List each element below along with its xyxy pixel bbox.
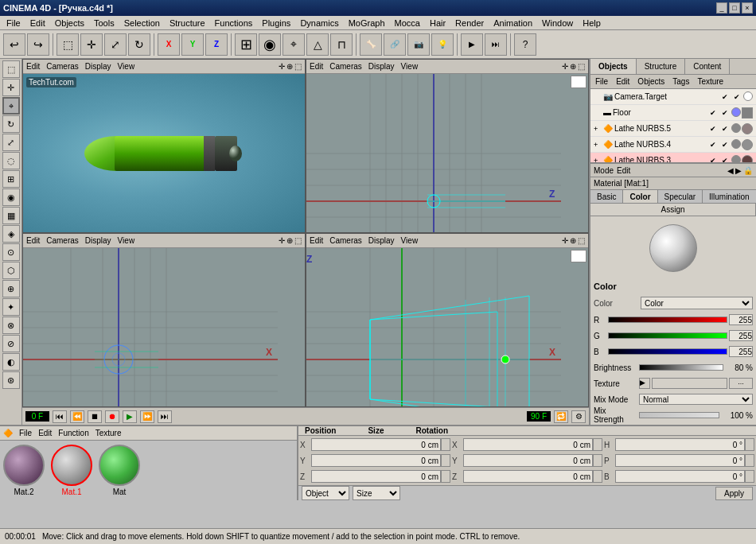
vp3-content[interactable]: X Z Y — [23, 248, 305, 406]
mat-swatch-2[interactable]: Mat.2 — [3, 445, 45, 496]
mix-strength-slider[interactable] — [639, 412, 719, 418]
window-controls[interactable]: _ □ × — [716, 2, 753, 14]
vp3-icon-3[interactable]: ⬚ — [294, 236, 302, 245]
mat-swatch-mat[interactable]: Mat — [99, 445, 140, 496]
mat-icon-back[interactable]: ◀ — [727, 166, 734, 175]
rgb-r-slider[interactable] — [608, 317, 727, 323]
vp1-cameras[interactable]: Cameras — [46, 62, 79, 71]
anim-opts[interactable]: ⚙ — [571, 410, 586, 423]
vp2-icon-3[interactable]: ⬚ — [578, 62, 585, 71]
vp4-icon-3[interactable]: ⬚ — [578, 236, 585, 245]
psr-pos-x-spin[interactable] — [441, 438, 450, 451]
rgb-r-input[interactable] — [729, 314, 753, 325]
vp4-cameras[interactable]: Cameras — [329, 236, 362, 245]
mat-assign-btn[interactable]: Assign — [590, 204, 756, 216]
menu-edit[interactable]: Edit — [25, 17, 50, 29]
obj-lathe-3[interactable]: + 🔶 Lathe NURBS.3 ✔ ✔ — [590, 153, 756, 162]
anim-start[interactable]: ⏮ — [53, 410, 67, 423]
redo-button[interactable]: ↪ — [27, 33, 49, 56]
viewport-perspective[interactable]: Edit Cameras Display View ✛ ⊕ ⬚ — [22, 59, 306, 233]
mat-icon-fwd[interactable]: ▶ — [735, 166, 742, 175]
vp4-icon-2[interactable]: ⊕ — [570, 236, 576, 245]
bone-btn[interactable]: 🦴 — [360, 33, 382, 56]
vp3-display[interactable]: Display — [85, 236, 111, 245]
tool-13[interactable]: ⊘ — [2, 335, 20, 352]
psr-size-y-spin[interactable] — [593, 454, 602, 467]
anim-loop[interactable]: 🔁 — [554, 410, 568, 423]
color-type-select[interactable]: Color — [641, 297, 753, 309]
obj-btn-2[interactable]: ◉ — [259, 33, 281, 56]
cam-btn[interactable]: 📷 — [407, 33, 430, 56]
obj-btn-1[interactable]: ⊞ — [235, 33, 257, 56]
texture-arrow-btn[interactable]: ▶ — [639, 378, 650, 389]
tool-14[interactable]: ◐ — [2, 353, 20, 371]
tab-illumination[interactable]: Illumination — [703, 190, 756, 203]
anim-record[interactable]: ⏺ — [105, 410, 119, 423]
psr-rot-b-spin[interactable] — [745, 470, 754, 483]
rgb-b-input[interactable] — [729, 346, 753, 357]
menu-dynamics[interactable]: Dynamics — [295, 17, 343, 29]
tool-10[interactable]: ⊕ — [2, 280, 20, 297]
anim-prev[interactable]: ⏪ — [70, 410, 84, 423]
vp1-display[interactable]: Display — [85, 62, 111, 71]
help-btn[interactable]: ? — [514, 33, 536, 56]
mat-header-function[interactable]: Function — [58, 429, 88, 437]
anim-end[interactable]: ⏭ — [158, 410, 172, 423]
psr-size-select[interactable]: Size — [353, 486, 400, 500]
menu-selection[interactable]: Selection — [119, 17, 165, 29]
menu-mocca[interactable]: Mocca — [390, 17, 425, 29]
select-tool[interactable]: ⬚ — [57, 33, 79, 56]
viewport-right[interactable]: Edit Cameras Display View ✛ ⊕ ⬚ — [22, 233, 306, 407]
psr-rot-h-input[interactable] — [615, 438, 745, 451]
tool-lasso[interactable]: ◌ — [2, 152, 20, 169]
mat-header-edit[interactable]: Edit — [38, 429, 52, 437]
mat-header-file[interactable]: File — [19, 429, 32, 437]
obj-lathe-5[interactable]: + 🔶 Lathe NURBS.5 ✔ ✔ — [590, 121, 756, 137]
tab-color[interactable]: Color — [623, 190, 657, 203]
rotate-tool[interactable]: ↻ — [128, 33, 150, 56]
vp1-content[interactable]: TechTut.com — [23, 74, 305, 232]
mix-mode-select[interactable]: Normal — [639, 394, 753, 405]
psr-pos-y-input[interactable] — [311, 454, 441, 467]
vp1-icon-zoom[interactable]: ⊕ — [286, 62, 293, 71]
psr-size-x-spin[interactable] — [593, 438, 602, 451]
psr-pos-y-spin[interactable] — [441, 454, 450, 467]
scale-tool[interactable]: ⤢ — [104, 33, 127, 56]
move-tool[interactable]: ✛ — [80, 33, 103, 56]
chain-btn[interactable]: 🔗 — [384, 33, 406, 56]
vp4-display[interactable]: Display — [368, 236, 395, 245]
tool-scale[interactable]: ⤢ — [2, 134, 20, 151]
tool-7[interactable]: ◈ — [2, 225, 20, 243]
texture-load-btn[interactable]: ··· — [729, 378, 753, 389]
tool-5[interactable]: ◉ — [2, 188, 20, 206]
render-btn[interactable]: ▶ — [461, 33, 483, 56]
psr-rot-h-spin[interactable] — [745, 438, 754, 451]
vp4-content[interactable]: X Y Z X — [306, 248, 588, 406]
maximize-button[interactable]: □ — [729, 2, 740, 14]
vp2-content[interactable]: Z X — [306, 74, 588, 232]
anim-fwd[interactable]: ⏩ — [140, 410, 154, 423]
obj-st-file[interactable]: File — [592, 76, 611, 87]
menu-mograph[interactable]: MoGraph — [344, 17, 390, 29]
rgb-b-slider[interactable] — [608, 348, 727, 355]
vp3-view[interactable]: View — [118, 236, 135, 245]
obj-btn-3[interactable]: ⌖ — [283, 33, 305, 56]
tool-4[interactable]: ⊞ — [2, 170, 20, 188]
psr-rot-b-input[interactable] — [615, 470, 745, 483]
tab-basic[interactable]: Basic — [590, 190, 623, 203]
psr-rot-p-spin[interactable] — [745, 454, 754, 467]
mat-mode-label[interactable]: Mode — [594, 166, 614, 175]
viewport-wire[interactable]: Edit Cameras Display View ✛ ⊕ ⬚ — [306, 233, 589, 407]
psr-pos-z-spin[interactable] — [441, 470, 450, 483]
menu-plugins[interactable]: Plugins — [257, 17, 295, 29]
vp1-icon-move[interactable]: ✛ — [279, 62, 285, 71]
menu-objects[interactable]: Objects — [50, 17, 89, 29]
menu-hair[interactable]: Hair — [425, 17, 450, 29]
anim-stop[interactable]: ⏹ — [88, 410, 102, 423]
obj-camera-target[interactable]: 📷 Camera.Target ✔ ✔ — [590, 89, 756, 105]
brightness-slider[interactable] — [639, 364, 723, 371]
obj-lathe-4[interactable]: + 🔶 Lathe NURBS.4 ✔ ✔ — [590, 137, 756, 153]
close-button[interactable]: × — [742, 2, 753, 14]
psr-size-y-input[interactable] — [463, 454, 593, 467]
mat-header-texture[interactable]: Texture — [95, 429, 122, 437]
